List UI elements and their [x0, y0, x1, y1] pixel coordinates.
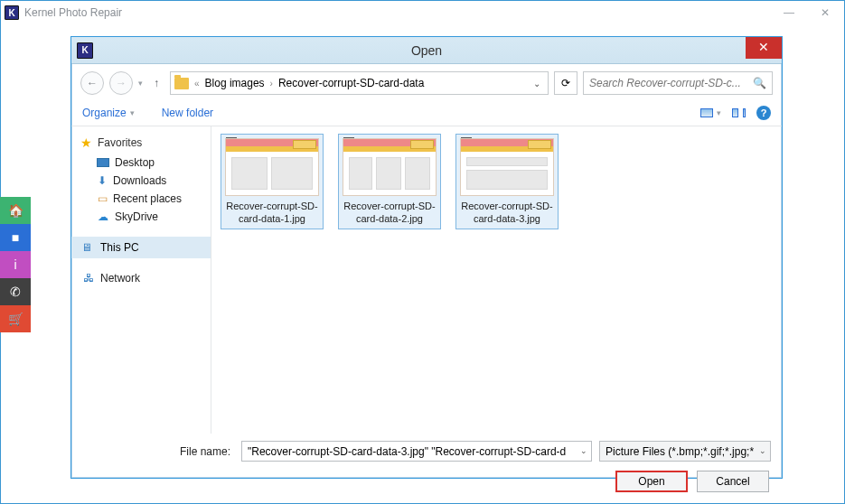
breadcrumb-part1[interactable]: Blog images — [205, 77, 265, 89]
pc-icon: 🖥 — [80, 242, 93, 253]
network-icon: 🖧 — [82, 273, 95, 284]
close-button[interactable]: ✕ — [810, 4, 840, 22]
minimize-button[interactable]: — — [774, 4, 804, 22]
sidebar-item-desktop[interactable]: Desktop — [71, 154, 211, 172]
chevron-down-icon: ▾ — [717, 108, 721, 117]
filename-field[interactable]: ⌄ — [241, 441, 592, 462]
cancel-button[interactable]: Cancel — [697, 471, 769, 492]
sidebar-item-network[interactable]: 🖧Network — [71, 269, 211, 287]
organize-menu[interactable]: Organize ▾ — [82, 107, 135, 119]
desktop-icon — [97, 158, 109, 167]
chevron-right-icon: › — [270, 79, 273, 89]
file-item[interactable]: ✔ Recover-corrupt-SD-card-data-2.jpg — [338, 134, 441, 229]
new-folder-button[interactable]: New folder — [162, 107, 213, 119]
star-icon: ★ — [80, 135, 92, 150]
sidebar: ★Favorites Desktop ⬇Downloads ▭Recent pl… — [71, 126, 211, 434]
pane-icon — [732, 108, 738, 117]
refresh-button[interactable]: ⟳ — [554, 71, 577, 95]
forward-button[interactable]: → — [109, 71, 133, 95]
skydrive-icon: ☁ — [97, 212, 109, 221]
cart-icon[interactable]: 🛒 — [0, 305, 31, 332]
dialog-title: Open — [71, 43, 782, 58]
thumbnail — [460, 138, 554, 196]
file-name: Recover-corrupt-SD-card-data-1.jpg — [223, 196, 321, 227]
video-icon[interactable]: ■ — [0, 224, 31, 251]
back-button[interactable]: ← — [80, 71, 104, 95]
thumbnail — [225, 138, 319, 196]
filetype-value: Picture Files (*.bmp;*.gif;*.jpg;* — [606, 445, 754, 458]
sidebar-item-skydrive[interactable]: ☁SkyDrive — [71, 208, 211, 226]
page-side-toolbar: 🏠 ■ i ✆ 🛒 — [0, 197, 31, 332]
dialog-titlebar: K Open ✕ — [71, 37, 782, 64]
thumbnail-icon — [700, 108, 713, 117]
sidebar-item-recent[interactable]: ▭Recent places — [71, 190, 211, 208]
file-item[interactable]: ✔ Recover-corrupt-SD-card-data-3.jpg — [455, 134, 559, 229]
app-icon: K — [5, 5, 19, 20]
filename-label: File name: — [82, 445, 234, 458]
history-dropdown-icon[interactable]: ▾ — [138, 79, 143, 88]
recent-icon: ▭ — [97, 192, 108, 205]
bottom-panel: File name: ⌄ Picture Files (*.bmp;*.gif;… — [71, 434, 782, 499]
chevron-right-icon: « — [194, 79, 200, 89]
breadcrumb-part2[interactable]: Recover-corrupt-SD-card-data — [278, 77, 424, 89]
downloads-icon: ⬇ — [97, 175, 108, 186]
dialog-body: ★Favorites Desktop ⬇Downloads ▭Recent pl… — [71, 126, 782, 434]
phone-icon[interactable]: ✆ — [0, 278, 31, 305]
thumbnail — [343, 138, 437, 196]
sidebar-item-downloads[interactable]: ⬇Downloads — [71, 172, 211, 190]
file-name: Recover-corrupt-SD-card-data-3.jpg — [458, 196, 556, 227]
address-dropdown-icon[interactable]: ⌄ — [530, 79, 544, 89]
view-mode-button[interactable]: ▾ — [700, 108, 721, 117]
chevron-down-icon: ▾ — [130, 108, 135, 117]
open-dialog: K Open ✕ ← → ▾ ↑ « Blog images › Recover… — [70, 36, 783, 479]
filetype-select[interactable]: Picture Files (*.bmp;*.gif;*.jpg;* ⌄ — [599, 441, 771, 462]
nav-row: ← → ▾ ↑ « Blog images › Recover-corrupt-… — [71, 64, 782, 102]
address-bar[interactable]: « Blog images › Recover-corrupt-SD-card-… — [170, 71, 549, 95]
search-box[interactable]: 🔍 — [583, 71, 773, 95]
folder-icon — [174, 78, 189, 89]
help-icon[interactable]: ? — [756, 106, 771, 120]
open-button[interactable]: Open — [615, 471, 688, 492]
info-icon[interactable]: i — [0, 251, 31, 278]
chevron-down-icon[interactable]: ⌄ — [580, 446, 587, 455]
file-name: Recover-corrupt-SD-card-data-2.jpg — [341, 196, 438, 227]
app-title: Kernel Photo Repair — [24, 6, 122, 19]
app-titlebar: K Kernel Photo Repair — ✕ — [1, 1, 844, 24]
file-list: ✔ Recover-corrupt-SD-card-data-1.jpg ✔ R… — [211, 126, 782, 434]
search-input[interactable] — [589, 77, 749, 89]
chevron-down-icon: ⌄ — [759, 446, 766, 455]
filename-input[interactable] — [248, 442, 575, 461]
sidebar-item-thispc[interactable]: 🖥This PC — [71, 237, 211, 258]
toolbar-row: Organize ▾ New folder ▾ ? — [71, 102, 782, 126]
home-icon[interactable]: 🏠 — [0, 197, 31, 224]
search-icon: 🔍 — [753, 77, 766, 89]
file-item[interactable]: ✔ Recover-corrupt-SD-card-data-1.jpg — [221, 134, 324, 229]
dialog-close-button[interactable]: ✕ — [746, 37, 782, 59]
up-button[interactable]: ↑ — [148, 71, 164, 95]
preview-pane-button[interactable] — [732, 108, 746, 117]
sidebar-favorites[interactable]: ★Favorites — [71, 132, 211, 154]
